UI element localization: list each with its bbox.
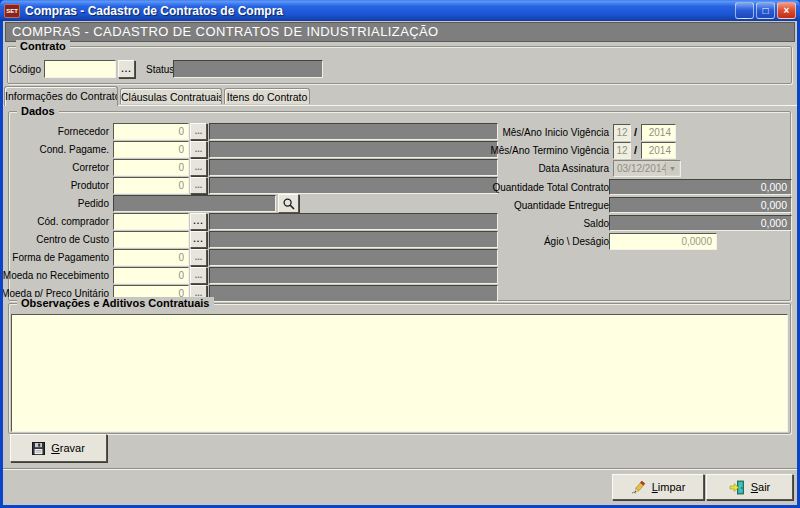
moeda-no-recebimento-code-input[interactable] — [113, 267, 189, 284]
save-icon — [32, 442, 45, 455]
maximize-icon: □ — [762, 6, 768, 16]
quantidade-entregue-label: Quantidade Entregue — [514, 200, 609, 211]
dados-group: Dados Fornecedor ... Cond. Pagame. ... C… — [8, 111, 791, 301]
forma-de-pagamento-description-field — [209, 249, 498, 266]
sair-button[interactable]: Sair — [706, 474, 793, 500]
contrato-group-label: Contrato — [16, 40, 70, 52]
forma-de-pagamento-lookup-button[interactable]: ... — [190, 249, 207, 266]
gravar-button[interactable]: Gravar — [10, 434, 107, 462]
form-header: COMPRAS - CADASTRO DE CONTRATOS DE INDUS… — [5, 22, 795, 42]
dados-group-label: Dados — [17, 105, 59, 117]
row-saldo: Saldo 0,000 — [9, 215, 790, 233]
maximize-button[interactable]: □ — [756, 2, 775, 19]
dropdown-arrow-icon: ▼ — [665, 162, 679, 175]
moeda-no-recebimento-lookup-button[interactable]: ... — [190, 267, 207, 284]
status-field — [173, 60, 323, 78]
inicio-ano-input[interactable] — [641, 124, 676, 141]
limpar-button-label: Limpar — [652, 481, 686, 493]
quantidade-total-label: Quantidade Total Contrato — [492, 182, 609, 193]
termino-mes-input[interactable] — [613, 142, 631, 159]
row-forma-de-pagamento: Forma de Pagamento ... — [9, 249, 790, 267]
saldo-label: Saldo — [583, 218, 609, 229]
forma-de-pagamento-label: Forma de Pagamento — [12, 252, 109, 263]
status-label: Status — [146, 64, 174, 75]
minimize-button[interactable]: _ — [735, 2, 754, 19]
window-controls: _ □ × — [735, 2, 796, 19]
tab-page: Dados Fornecedor ... Cond. Pagame. ... C… — [3, 105, 797, 469]
row-termino-vigencia: Mês/Ano Termino Vigência / — [9, 142, 790, 160]
codigo-label: Código — [9, 64, 41, 75]
row-moeda-no-recebimento: Moeda no Recebimento ... — [9, 267, 790, 285]
row-data-assinatura: Data Assinatura 03/12/2014 ▼ — [9, 160, 790, 178]
form-client-area: COMPRAS - CADASTRO DE CONTRATOS DE INDUS… — [3, 21, 797, 505]
title-bar: SET Compras - Cadastro de Contratos de C… — [0, 0, 800, 21]
termino-vigencia-label: Mês/Ano Termino Vigência — [490, 145, 609, 156]
gravar-button-label: Gravar — [51, 442, 85, 454]
row-inicio-vigencia: Mês/Ano Inicio Vigência / — [9, 124, 790, 142]
observacoes-group-label: Observações e Aditivos Contratuais — [17, 297, 214, 309]
termino-ano-input[interactable] — [641, 142, 676, 159]
data-assinatura-value: 03/12/2014 — [617, 163, 667, 174]
sair-button-label: Sair — [751, 481, 771, 493]
observacoes-textarea[interactable] — [11, 314, 788, 432]
inicio-date-separator: / — [634, 126, 637, 138]
row-quantidade-entregue: Quantidade Entregue 0,000 — [9, 197, 790, 215]
moeda-no-recebimento-label: Moeda no Recebimento — [3, 270, 109, 281]
app-window: SET Compras - Cadastro de Contratos de C… — [0, 0, 800, 508]
window-title: Compras - Cadastro de Contratos de Compr… — [25, 4, 735, 18]
row-agio-desagio: Ágio \ Deságio — [9, 233, 790, 251]
codigo-lookup-button[interactable]: ... — [118, 60, 135, 78]
close-icon: × — [784, 6, 790, 16]
forma-de-pagamento-code-input[interactable] — [113, 249, 189, 266]
termino-date-separator: / — [634, 144, 637, 156]
row-quantidade-total: Quantidade Total Contrato 0,000 — [9, 179, 790, 197]
moeda-no-recebimento-description-field — [209, 267, 498, 284]
exit-icon — [729, 480, 745, 495]
quantidade-entregue-field: 0,000 — [609, 197, 792, 213]
agio-desagio-label: Ágio \ Deságio — [544, 236, 609, 247]
observacoes-group: Observações e Aditivos Contratuais — [8, 303, 791, 434]
limpar-button[interactable]: Limpar — [612, 474, 704, 500]
contrato-group: Contrato Código ... Status — [7, 46, 792, 84]
tab-informacoes-do-contrato[interactable]: Informações do Contrato — [4, 86, 118, 106]
tab-itens-do-contrato[interactable]: Itens do Contrato — [224, 88, 310, 104]
inicio-mes-input[interactable] — [613, 124, 631, 141]
clear-icon — [631, 480, 646, 495]
codigo-input[interactable] — [44, 60, 116, 78]
inicio-vigencia-label: Mês/Ano Inicio Vigência — [502, 127, 609, 138]
close-button[interactable]: × — [777, 2, 796, 19]
saldo-field: 0,000 — [609, 215, 792, 231]
data-assinatura-label: Data Assinatura — [538, 163, 609, 174]
app-icon: SET — [4, 4, 20, 18]
tab-clausulas-contratuais[interactable]: Cláusulas Contratuais — [120, 88, 222, 104]
quantidade-total-field: 0,000 — [609, 179, 792, 195]
agio-desagio-input[interactable] — [609, 233, 717, 250]
bottom-button-panel: Limpar Sair — [3, 470, 797, 505]
moeda-preco-unitario-description-field — [209, 285, 498, 302]
minimize-icon: _ — [742, 9, 748, 19]
data-assinatura-combobox: 03/12/2014 ▼ — [613, 160, 681, 177]
